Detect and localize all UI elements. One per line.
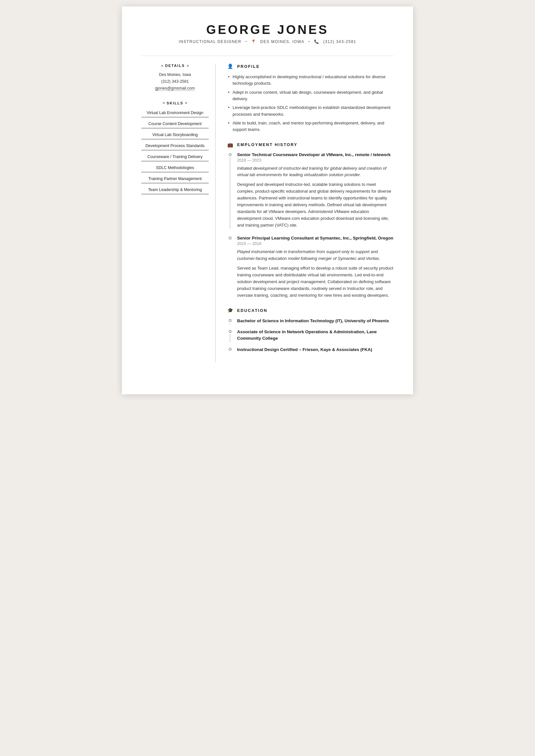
edu-dot — [229, 330, 232, 333]
skill-item: Virtual Lab Environment Design — [141, 109, 209, 117]
profile-section-title: 👤 Profile — [227, 64, 394, 69]
header-divider — [141, 56, 394, 56]
location: Des Moines, Iowa — [260, 40, 305, 44]
candidate-name: George Jones — [141, 23, 394, 37]
job-title: Senior Technical Courseware Developer at… — [237, 152, 394, 157]
job-dot — [229, 237, 232, 239]
skill-item: Training Partner Management — [141, 175, 209, 183]
job-dot — [229, 153, 232, 156]
dot-right — [187, 65, 188, 67]
job-description: Served as Team Lead, managing effort to … — [237, 265, 394, 299]
skill-item: Team Leadership & Mentoring — [141, 186, 209, 194]
job-description: Designed and developed instructor-led, s… — [237, 181, 394, 229]
resume-page: George Jones Instructional Designer • 📍 … — [122, 7, 413, 394]
skill-item: Course Content Development — [141, 120, 209, 128]
profile-title-label: Profile — [237, 64, 260, 69]
profile-section: 👤 Profile Highly accomplished in develop… — [227, 64, 394, 133]
edu-line — [230, 334, 230, 342]
skills-section-title: Skills — [141, 101, 209, 105]
profile-bullet: Able to build, train, coach, and mentor … — [227, 120, 394, 133]
body-layout: Details Des Moines, Iowa (312) 343-2581 … — [141, 64, 394, 362]
edu-timeline — [227, 346, 233, 353]
job-line — [230, 157, 230, 229]
sidebar: Details Des Moines, Iowa (312) 343-2581 … — [141, 64, 216, 362]
profile-icon: 👤 — [227, 64, 234, 69]
phone-icon: 📞 — [314, 40, 319, 44]
employment-icon: 💼 — [227, 142, 234, 148]
edu-item: Instructional Design Certified – Friesen… — [227, 346, 394, 353]
edu-degree: Bachelor of Science in Information Techn… — [237, 318, 394, 324]
job-timeline — [227, 236, 233, 299]
separator-2: • — [308, 40, 310, 44]
job-title: Instructional Designer — [179, 40, 241, 44]
job-summary: Played instrumental role in transformati… — [237, 249, 394, 262]
header: George Jones Instructional Designer • 📍 … — [141, 23, 394, 44]
skill-item: SDLC Methodologies — [141, 164, 209, 172]
edu-item: Bachelor of Science in Information Techn… — [227, 318, 394, 324]
edu-list: Bachelor of Science in Information Techn… — [227, 318, 394, 353]
separator-1: • — [245, 40, 247, 44]
details-email[interactable]: gjones@gmsmail.com — [155, 86, 195, 91]
education-icon: 🎓 — [227, 308, 234, 313]
jobs-list: Senior Technical Courseware Developer at… — [227, 152, 394, 299]
skills-dot-left — [163, 102, 165, 104]
job-content: Senior Principal Learning Consultant at … — [233, 236, 394, 299]
skills-label: Skills — [167, 101, 183, 105]
edu-item: Associate of Science in Network Operatio… — [227, 329, 394, 342]
profile-bullet: Leverage best-practice SDLC methodologie… — [227, 104, 394, 118]
job-summary: Initiated development of instructor-led … — [237, 165, 394, 178]
edu-degree: Instructional Design Certified – Friesen… — [237, 346, 394, 353]
job-item: Senior Technical Courseware Developer at… — [227, 152, 394, 229]
edu-degree: Associate of Science in Network Operatio… — [237, 329, 394, 342]
education-section-title: 🎓 Education — [227, 308, 394, 313]
job-timeline — [227, 152, 233, 229]
location-icon: 📍 — [251, 40, 256, 44]
dot-left — [161, 65, 163, 67]
details-content: Des Moines, Iowa (312) 343-2581 gjones@g… — [141, 71, 209, 92]
edu-content: Bachelor of Science in Information Techn… — [233, 318, 394, 324]
job-title: Senior Principal Learning Consultant at … — [237, 236, 394, 240]
skill-item: Development Process Standards — [141, 142, 209, 150]
edu-timeline — [227, 318, 233, 324]
skill-item: Courseware / Training Delivery — [141, 153, 209, 161]
employment-section-title: 💼 Employment History — [227, 142, 394, 148]
job-date: 2018 — 2023 — [237, 158, 394, 163]
edu-content: Instructional Design Certified – Friesen… — [233, 346, 394, 353]
job-content: Senior Technical Courseware Developer at… — [233, 152, 394, 229]
details-section: Details Des Moines, Iowa (312) 343-2581 … — [141, 64, 209, 92]
edu-timeline — [227, 329, 233, 342]
education-section: 🎓 Education Bachelor of Science in Infor… — [227, 308, 394, 353]
details-city: Des Moines, Iowa — [141, 71, 209, 78]
edu-line — [230, 323, 230, 324]
job-date: 2015 — 2018 — [237, 241, 394, 246]
phone: (312) 343-2581 — [323, 40, 356, 44]
header-subtitle: Instructional Designer • 📍 Des Moines, I… — [141, 40, 394, 44]
skills-list: Virtual Lab Environment DesignCourse Con… — [141, 109, 209, 194]
skills-dot-right — [185, 102, 187, 104]
profile-bullets: Highly accomplished in developing instru… — [227, 74, 394, 133]
profile-bullet: Highly accomplished in developing instru… — [227, 74, 394, 87]
profile-bullet: Adept in course content, virtual lab des… — [227, 89, 394, 102]
skills-section: Skills Virtual Lab Environment DesignCou… — [141, 101, 209, 194]
edu-dot — [229, 319, 232, 322]
main-content: 👤 Profile Highly accomplished in develop… — [216, 64, 394, 362]
education-title-label: Education — [237, 308, 267, 313]
details-phone: (312) 343-2581 — [141, 78, 209, 85]
edu-dot — [229, 348, 232, 351]
edu-content: Associate of Science in Network Operatio… — [233, 329, 394, 342]
skill-item: Virtual Lab Storyboarding — [141, 131, 209, 139]
employment-section: 💼 Employment History Senior Technical Co… — [227, 142, 394, 299]
details-label: Details — [165, 64, 185, 68]
job-item: Senior Principal Learning Consultant at … — [227, 236, 394, 299]
employment-title-label: Employment History — [237, 143, 297, 147]
details-section-title: Details — [141, 64, 209, 68]
